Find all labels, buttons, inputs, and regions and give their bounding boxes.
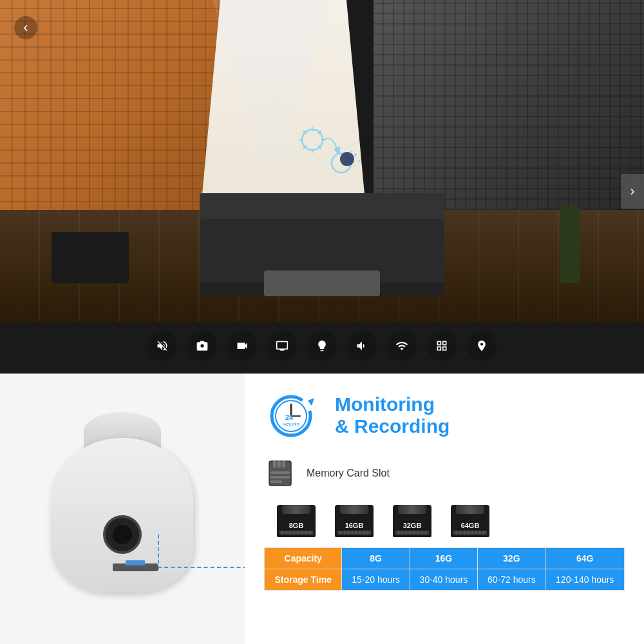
camera-body [39, 412, 206, 605]
svg-point-13 [351, 151, 353, 153]
capacity-32g: 32G [478, 548, 545, 569]
storage-time-label: Storage Time [265, 569, 342, 591]
sd-card-8gb: 8GB [277, 505, 316, 537]
card-inserted [126, 560, 145, 565]
svg-rect-23 [278, 461, 281, 468]
svg-point-10 [340, 152, 354, 166]
storage-time-64g: 120-140 hours [545, 569, 625, 591]
light-button[interactable] [307, 331, 337, 361]
snapshot-button[interactable] [187, 331, 217, 361]
nav-next-arrow[interactable]: › [621, 174, 644, 209]
sd-card-img-32gb: 32GB [393, 505, 431, 537]
capacity-8g: 8G [342, 548, 410, 569]
sd-card-64gb: 64GB [451, 505, 489, 537]
mute-button[interactable] [147, 331, 177, 361]
camera-lens [103, 515, 142, 554]
storage-time-8g: 15-20 hours [342, 569, 410, 591]
room-background: ‹ › [0, 0, 644, 374]
plant-right [560, 206, 580, 283]
dotted-line-horizontal [158, 567, 245, 568]
day-night-indicator [283, 126, 367, 186]
camera-outer [52, 438, 193, 592]
camera-image-area [0, 374, 245, 644]
camera-view-section: ‹ › [0, 0, 644, 374]
dotted-line-vertical [158, 535, 159, 570]
screen-button[interactable] [267, 331, 297, 361]
svg-rect-25 [270, 471, 290, 474]
capacity-64g: 64G [545, 548, 625, 569]
svg-point-11 [354, 153, 357, 156]
coffee-table [264, 270, 380, 296]
memory-slot-row: Memory Card Slot [264, 457, 625, 489]
capacity-16g: 16G [410, 548, 477, 569]
sofa-left [52, 232, 129, 283]
nav-back-arrow[interactable]: ‹ [14, 16, 37, 39]
monitor-title-row: 24 HOURS Monitoring & Recording [264, 386, 625, 444]
speaker-button[interactable] [347, 331, 377, 361]
location-button[interactable] [467, 331, 497, 361]
clock-icon: 24 HOURS [264, 386, 322, 444]
capacity-label: Capacity [265, 548, 342, 569]
info-area: 24 HOURS Monitoring & Recording [245, 374, 644, 644]
memory-card-icon [264, 457, 296, 489]
svg-rect-26 [270, 476, 290, 478]
sd-card-img-64gb: 64GB [451, 505, 489, 537]
sd-card-16gb: 16GB [335, 505, 374, 537]
product-info-section: 24 HOURS Monitoring & Recording [0, 374, 644, 644]
monitor-title: Monitoring & Recording [335, 393, 450, 438]
svg-marker-15 [308, 398, 314, 406]
storage-time-row: Storage Time 15-20 hours 30-40 hours 60-… [265, 569, 625, 591]
storage-time-16g: 30-40 hours [410, 569, 477, 591]
svg-rect-24 [282, 461, 285, 468]
video-button[interactable] [227, 331, 257, 361]
sd-card-img-8gb: 8GB [277, 505, 316, 537]
capacity-table: Capacity 8G 16G 32G 64G Storage Time 15-… [264, 547, 625, 591]
capacity-row: Capacity 8G 16G 32G 64G [265, 548, 625, 569]
grid-button[interactable] [427, 331, 457, 361]
svg-text:HOURS: HOURS [283, 422, 300, 427]
network-button[interactable] [387, 331, 417, 361]
sd-cards-row: 8GB 16GB 32GB 64GB [277, 505, 625, 537]
storage-time-32g: 60-72 hours [478, 569, 545, 591]
sd-card-img-16gb: 16GB [335, 505, 374, 537]
icon-bar [147, 331, 497, 361]
svg-rect-27 [270, 480, 282, 483]
svg-text:24: 24 [285, 413, 294, 421]
memory-slot-label: Memory Card Slot [307, 468, 390, 479]
svg-point-12 [359, 160, 361, 162]
sd-card-32gb: 32GB [393, 505, 431, 537]
svg-rect-22 [273, 461, 276, 468]
